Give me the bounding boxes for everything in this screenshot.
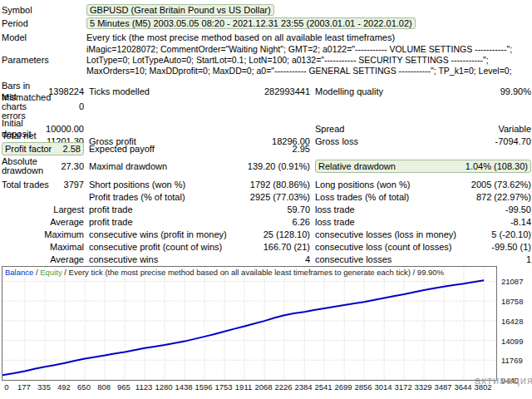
chart-plot-area: Balance / Equity / Every tick (the most … — [2, 266, 497, 381]
row-average-consecutive: Average consecutive wins4 consecutive lo… — [0, 254, 532, 266]
period-value: 5 Minutes (M5) 2003.05.05 08:20 - 2021.1… — [86, 17, 416, 29]
spread-label: Spread — [315, 124, 344, 135]
consecutive-loss-value: -99.50 (1) — [491, 242, 531, 253]
total-trades-label: Total trades — [2, 180, 49, 190]
x-axis-label: 3014 — [374, 383, 392, 392]
profit-trades-value: 2925 (77.03%) — [250, 192, 310, 203]
absolute-drawdown-label: Absolute drawdown — [2, 157, 50, 175]
loss-trades-label: Loss trades (% of total) — [315, 192, 409, 203]
x-axis-label: 965 — [117, 383, 131, 392]
avg-consec-word: Average — [50, 254, 84, 265]
row-parameters: Parameters iMagic=12028072; CommentOrder… — [0, 44, 532, 76]
x-axis-label: 2541 — [314, 383, 332, 392]
spread-value: Variable — [498, 124, 531, 135]
x-axis-label: 0 — [4, 383, 8, 392]
average-profit-trade-label: profit trade — [89, 217, 133, 228]
total-trades-value: 3797 — [64, 180, 84, 190]
largest-loss-trade-value: -99.50 — [505, 204, 531, 215]
profit-trades-label: Profit trades (% of total) — [89, 192, 185, 203]
x-axis-label: 492 — [57, 383, 71, 392]
quality-label: Modelling quality — [315, 86, 383, 97]
parameters-value: iMagic=12028072; CommentOrder="Waiting N… — [86, 44, 532, 76]
x-axis-label: 2068 — [254, 383, 272, 392]
ticks-value: 282993441 — [264, 86, 310, 97]
quality-value: 99.90% — [500, 86, 531, 97]
consecutive-profit-label: consecutive profit (count of wins) — [89, 242, 222, 253]
ticks-label: Ticks modelled — [89, 86, 150, 97]
row-maximum-consecutive: Maximum consecutive wins (profit in mone… — [0, 229, 532, 241]
row-average-trade: Average profit trade6.26 loss trade-8.14 — [0, 216, 532, 229]
largest-word: Largest — [53, 204, 84, 215]
profit-factor-label: Profit factor — [5, 144, 52, 155]
consecutive-losses-label: consecutive losses (loss in money) — [315, 229, 456, 240]
avg-consecutive-wins-label: consecutive wins — [89, 254, 158, 265]
row-symbol: Symbol GBPUSD (Great Britain Pound vs US… — [0, 3, 532, 17]
largest-profit-trade-label: profit trade — [89, 204, 133, 215]
row-total-trades: Total trades3797 Short positions (won %)… — [0, 179, 532, 191]
maximal-drawdown-label: Maximal drawdown — [89, 161, 167, 172]
symbol-label: Symbol — [2, 5, 84, 16]
consecutive-loss-label: consecutive loss (count of losses) — [315, 242, 451, 253]
row-profit-trades: Profit trades (% of total)2925 (77.03%) … — [0, 191, 532, 204]
chart-canvas — [2, 267, 496, 380]
loss-trades-value: 872 (22.97%) — [476, 192, 531, 203]
mismatched-value: 0 — [79, 101, 84, 112]
y-axis-label: 11769 — [501, 357, 523, 365]
watermark: активация — [475, 375, 532, 386]
x-axis-label: 1911 — [235, 383, 252, 392]
row-initial-deposit: Initial deposit10000.00 SpreadVariable — [0, 118, 532, 129]
gross-loss-label: Gross loss — [315, 136, 358, 147]
x-axis-label: 177 — [17, 383, 31, 392]
x-axis-label: 650 — [77, 383, 91, 392]
x-axis-label: 2699 — [335, 383, 352, 392]
relative-drawdown-label: Relative drawdown — [318, 161, 396, 172]
x-axis-label: 2384 — [295, 383, 313, 392]
row-maximal-consecutive: Maximal consecutive profit (count of win… — [0, 241, 532, 254]
profit-factor-value: 2.58 — [63, 144, 81, 155]
report-table: Symbol GBPUSD (Great Britain Pound vs US… — [0, 0, 532, 266]
model-value: Every tick (the most precise method base… — [86, 32, 532, 43]
largest-loss-trade-label: loss trade — [315, 204, 355, 215]
maximal-drawdown-value: 139.20 (0.91%) — [248, 161, 310, 172]
consecutive-profit-value: 166.70 (21) — [264, 242, 310, 253]
x-axis-label: 808 — [97, 383, 111, 392]
relative-drawdown-value: 1.04% (108.30) — [466, 161, 528, 172]
x-axis-label: 1280 — [155, 383, 172, 392]
chart-header-description: / Every tick (the most precise method ba… — [62, 268, 444, 277]
largest-profit-trade-value: 59.70 — [287, 204, 310, 215]
long-positions-value: 2005 (73.62%) — [471, 180, 531, 190]
avg-consecutive-losses-label: consecutive losses — [315, 254, 392, 265]
strategy-tester-report: { "report": { "symbol": {"label": "Symbo… — [0, 0, 532, 399]
row-largest: Largest profit trade59.70 loss trade-99.… — [0, 204, 532, 216]
y-axis-label: 18758 — [501, 298, 523, 306]
mismatched-label: Mismatched charts errors — [2, 93, 50, 121]
chart-header: Balance / Equity / Every tick (the most … — [5, 268, 444, 277]
absolute-drawdown-value: 27.30 — [61, 161, 84, 172]
x-axis-label: 3487 — [435, 383, 452, 392]
y-axis-label: 16428 — [501, 318, 523, 326]
avg-consecutive-losses-value: 1 — [526, 254, 531, 265]
balance-chart: Balance / Equity / Every tick (the most … — [2, 266, 532, 397]
x-axis-label: 3329 — [414, 383, 431, 392]
x-axis-label: 1596 — [195, 383, 213, 392]
average-word: Average — [50, 217, 84, 228]
consecutive-losses-value: 5 (-20.10) — [491, 229, 531, 240]
gross-loss-value: -7094.70 — [495, 136, 531, 147]
equity-series-label: Equity — [40, 268, 62, 277]
x-axis-label: 2226 — [274, 383, 292, 392]
consecutive-wins-label: consecutive wins (profit in money) — [89, 229, 227, 240]
x-axis-label: 1438 — [175, 383, 192, 392]
long-positions-label: Long positions (won %) — [315, 180, 410, 190]
average-profit-trade-value: 6.26 — [293, 217, 310, 228]
x-axis-label: 3644 — [454, 383, 471, 392]
row-period: Period 5 Minutes (M5) 2003.05.05 08:20 -… — [0, 17, 532, 30]
balance-line — [2, 280, 484, 375]
row-drawdown: Absolute drawdown27.30 Maximal drawdown1… — [0, 155, 532, 177]
average-loss-trade-label: loss trade — [315, 217, 355, 228]
expected-payoff-label: Expected payoff — [89, 144, 155, 155]
short-positions-value: 1792 (80.86%) — [250, 180, 310, 190]
x-axis-label: 2856 — [354, 383, 372, 392]
y-axis-label: 14099 — [501, 337, 523, 346]
maximum-word: Maximum — [44, 229, 84, 240]
period-label: Period — [2, 18, 84, 29]
